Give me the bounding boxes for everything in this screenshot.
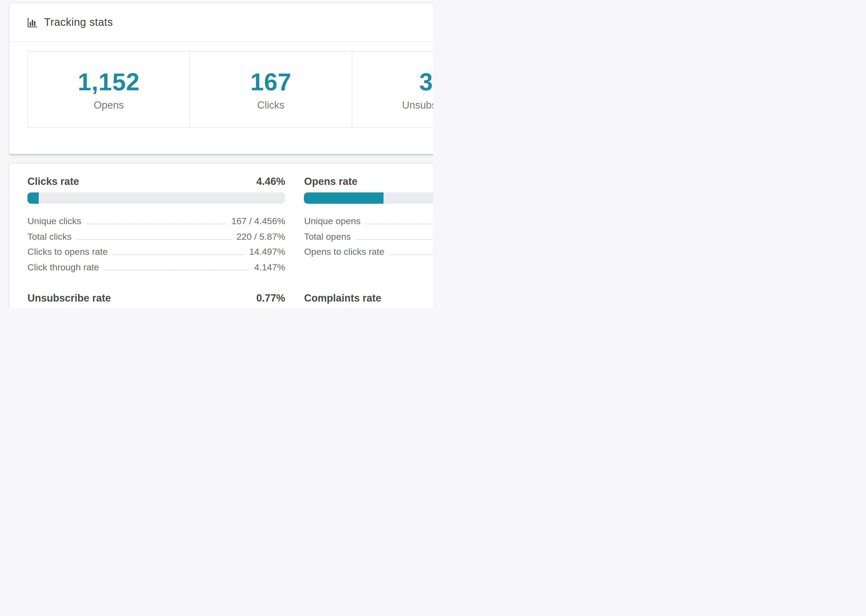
- tracking-stats-card: Tracking stats Export basic stats 1,152O…: [9, 3, 433, 154]
- detail-row: Unique clicks167 / 4.456%: [27, 216, 285, 231]
- dotted-leader: [356, 239, 433, 239]
- progress-bar: [27, 192, 285, 204]
- rates-card: Clicks rate4.46%Unique clicks167 / 4.456…: [9, 163, 433, 308]
- detail-row: Clicks to opens rate14.497%: [27, 247, 285, 262]
- progress-bar: [304, 192, 433, 204]
- stat-value: 1,152: [78, 68, 140, 96]
- stat-cell-unsubscribes: 31Unsubscribes: [352, 52, 433, 127]
- detail-label: Click through rate: [27, 262, 99, 273]
- rate-detail-rows: Unique clicks167 / 4.456%Total clicks220…: [27, 216, 285, 277]
- dotted-leader: [389, 254, 433, 255]
- detail-value: 14.497%: [249, 247, 285, 258]
- rate-panel-unsubscribe-rate: Unsubscribe rate0.77%Unsubscribes31: [27, 292, 285, 308]
- dashboard-page: Tracking stats Export basic stats 1,152O…: [0, 3, 433, 308]
- progress-bar-fill: [27, 192, 39, 204]
- rate-title: Unsubscribe rate: [27, 292, 111, 304]
- stat-value: 167: [250, 68, 291, 96]
- dotted-leader: [113, 254, 244, 255]
- dotted-leader: [365, 224, 433, 224]
- stat-label: Opens: [94, 99, 124, 111]
- rates-grid: Clicks rate4.46%Unique clicks167 / 4.456…: [9, 163, 433, 308]
- stat-cell-clicks: 167Clicks: [190, 52, 352, 127]
- rate-panel-head: Opens rate30.736%: [304, 176, 433, 188]
- rate-value: 0.77%: [256, 292, 285, 304]
- detail-row: Total opens2,303 / 61.446%: [304, 231, 433, 247]
- rate-panel-clicks-rate: Clicks rate4.46%Unique clicks167 / 4.456…: [27, 176, 285, 277]
- detail-row: Total clicks220 / 5.87%: [27, 231, 285, 247]
- stat-cell-opens: 1,152Opens: [28, 52, 190, 127]
- dotted-leader: [104, 270, 249, 270]
- stat-label: Unsubscribes: [402, 99, 433, 111]
- detail-label: Total clicks: [27, 231, 72, 242]
- rate-panel-head: Unsubscribe rate0.77%: [27, 292, 285, 304]
- stat-value: 31: [419, 68, 433, 96]
- detail-value: 4.147%: [254, 262, 285, 273]
- page-title: Tracking stats: [44, 16, 113, 28]
- summary-stats-row: 1,152Opens167Clicks31Unsubscribes0Compla…: [27, 51, 433, 128]
- progress-bar-fill: [304, 192, 384, 204]
- tracking-stats-header: Tracking stats Export basic stats: [9, 3, 433, 42]
- rate-title: Complaints rate: [304, 292, 381, 304]
- detail-label: Unique opens: [304, 216, 361, 227]
- detail-label: Total opens: [304, 231, 351, 242]
- detail-row: Unique opens1,152 / 30.736%: [304, 216, 433, 231]
- rate-detail-rows: Unique opens1,152 / 30.736%Total opens2,…: [304, 216, 433, 262]
- rate-panel-opens-rate: Opens rate30.736%Unique opens1,152 / 30.…: [304, 176, 433, 277]
- rate-panel-complaints-rate: Complaints rate0%Complaints0: [304, 292, 433, 308]
- detail-label: Unique clicks: [27, 216, 81, 227]
- rate-panel-head: Clicks rate4.46%: [27, 176, 285, 188]
- dotted-leader: [76, 239, 231, 239]
- rate-value: 4.46%: [256, 176, 285, 188]
- detail-row: Opens to clicks rate689.82%: [304, 247, 433, 262]
- detail-value: 167 / 4.456%: [231, 216, 285, 227]
- detail-label: Clicks to opens rate: [27, 247, 108, 258]
- rate-panel-head: Complaints rate0%: [304, 292, 433, 304]
- rate-title: Opens rate: [304, 176, 358, 188]
- bar-chart-icon: [27, 17, 38, 27]
- dotted-leader: [86, 224, 227, 224]
- detail-row: Click through rate4.147%: [27, 262, 285, 277]
- detail-value: 220 / 5.87%: [236, 231, 285, 242]
- stat-label: Clicks: [257, 99, 285, 111]
- detail-label: Opens to clicks rate: [304, 247, 384, 258]
- rate-title: Clicks rate: [27, 176, 79, 188]
